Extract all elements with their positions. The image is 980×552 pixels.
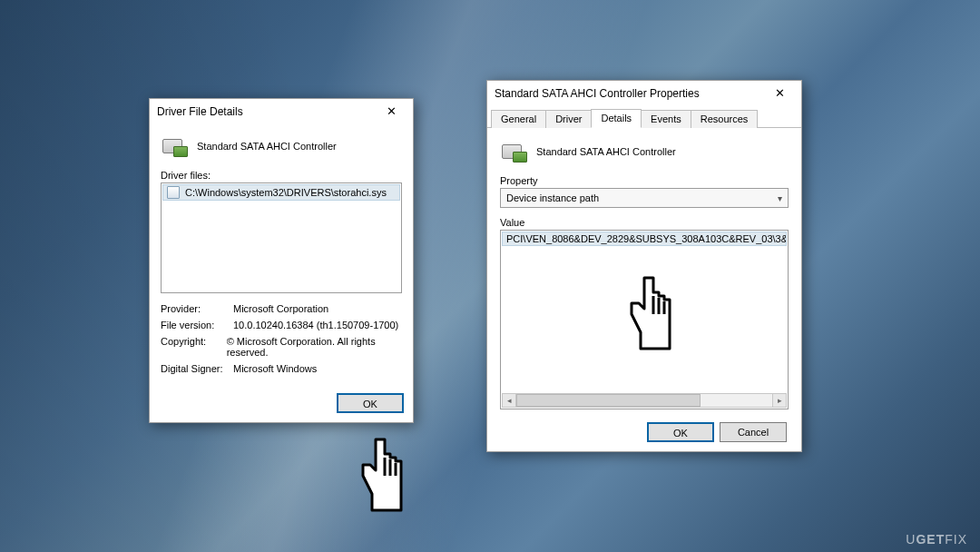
file-metadata: Provider:Microsoft Corporation File vers… [161,301,402,377]
device-header: Standard SATA AHCI Controller [161,130,402,166]
property-label: Property [500,175,789,186]
close-icon[interactable]: ✕ [373,102,409,122]
device-name: Standard SATA AHCI Controller [536,146,676,157]
tab-driver[interactable]: Driver [545,110,592,128]
tabstrip: General Driver Details Events Resources [487,106,801,128]
copyright-label: Copyright: [161,336,227,358]
value-text: PCI\VEN_8086&DEV_2829&SUBSYS_308A103C&RE… [506,233,787,244]
button-row: OK [150,386,413,422]
value-listbox[interactable]: PCI\VEN_8086&DEV_2829&SUBSYS_308A103C&RE… [500,230,789,409]
driver-files-label: Driver files: [161,170,402,181]
signer-value: Microsoft Windows [233,363,317,374]
ok-button[interactable]: OK [647,422,714,442]
file-path: C:\Windows\system32\DRIVERS\storahci.sys [185,187,387,198]
close-icon[interactable]: ✕ [761,84,798,104]
value-label: Value [500,217,789,228]
button-row: OK Cancel [487,415,801,451]
signer-label: Digital Signer: [161,363,233,374]
property-selected: Device instance path [506,192,599,203]
fileversion-value: 10.0.10240.16384 (th1.150709-1700) [233,320,398,330]
cancel-button[interactable]: Cancel [720,422,787,442]
cursor-hand-icon [350,434,416,516]
controller-icon [502,141,527,163]
window-content: Standard SATA AHCI Controller Driver fil… [150,124,413,386]
tab-general[interactable]: General [491,110,546,128]
controller-icon [162,135,188,157]
chevron-down-icon: ▾ [778,193,782,203]
titlebar[interactable]: Driver File Details ✕ [150,99,413,124]
list-item[interactable]: C:\Windows\system32\DRIVERS\storahci.sys [162,184,400,201]
scroll-left-button[interactable]: ◂ [502,393,516,408]
ok-button[interactable]: OK [337,393,404,413]
horizontal-scrollbar[interactable]: ◂ ▸ [502,393,787,408]
provider-label: Provider: [161,303,233,314]
scroll-track[interactable] [516,393,772,408]
tab-resources[interactable]: Resources [691,110,759,128]
driver-files-list[interactable]: C:\Windows\system32\DRIVERS\storahci.sys [161,182,402,293]
watermark: UGETFIX [906,532,967,547]
fileversion-label: File version: [161,320,233,330]
driver-file-details-window: Driver File Details ✕ Standard SATA AHCI… [149,98,414,423]
device-name: Standard SATA AHCI Controller [197,141,337,152]
window-title: Driver File Details [157,105,243,118]
file-icon [167,186,180,199]
list-item[interactable]: PCI\VEN_8086&DEV_2829&SUBSYS_308A103C&RE… [502,232,787,246]
details-pane: Standard SATA AHCI Controller Property D… [487,128,801,415]
tab-events[interactable]: Events [641,110,691,128]
property-dropdown[interactable]: Device instance path ▾ [500,188,789,208]
desktop-background: Driver File Details ✕ Standard SATA AHCI… [0,0,980,552]
scroll-right-button[interactable]: ▸ [772,393,787,408]
controller-properties-window: Standard SATA AHCI Controller Properties… [486,80,802,452]
window-title: Standard SATA AHCI Controller Properties [495,87,700,100]
device-header: Standard SATA AHCI Controller [500,135,789,172]
titlebar[interactable]: Standard SATA AHCI Controller Properties… [487,81,801,106]
provider-value: Microsoft Corporation [233,303,328,314]
tab-details[interactable]: Details [591,109,642,128]
copyright-value: © Microsoft Corporation. All rights rese… [227,336,402,358]
scroll-thumb[interactable] [516,394,701,407]
